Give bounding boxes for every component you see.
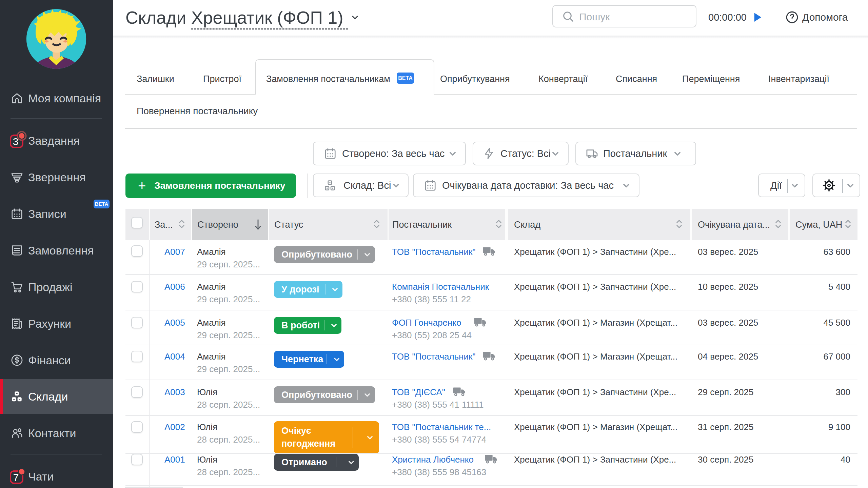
svg-text:7: 7 (13, 472, 19, 483)
svg-text:3: 3 (13, 136, 19, 147)
